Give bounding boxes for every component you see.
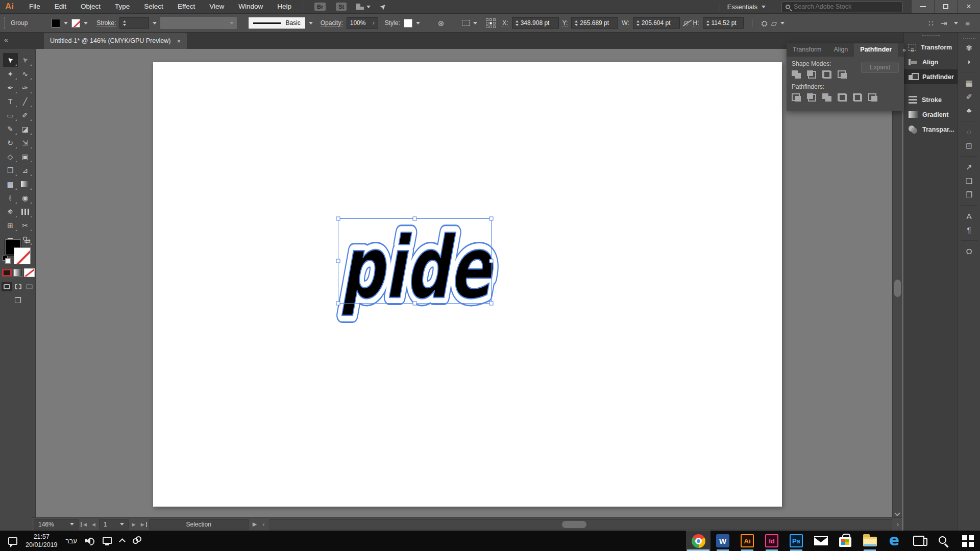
x-field[interactable]: 348.908 pt xyxy=(512,17,559,29)
lasso-tool[interactable]: ∿ xyxy=(18,67,33,81)
bridge-button[interactable]: Br xyxy=(314,3,326,11)
menu-file[interactable]: File xyxy=(22,0,47,13)
default-fill-stroke-icon[interactable] xyxy=(3,256,8,261)
selection-tool[interactable]: ➤ xyxy=(3,53,18,67)
taskbar-mail[interactable] xyxy=(808,531,833,551)
stroke-weight-field[interactable] xyxy=(119,17,149,29)
opacity-field[interactable]: 100%› xyxy=(347,17,378,29)
selection-handle[interactable] xyxy=(413,302,416,305)
slice-tool[interactable]: ✂ xyxy=(18,218,33,232)
menu-help[interactable]: Help xyxy=(270,0,299,13)
magic-wand-tool[interactable]: ✦ xyxy=(3,67,18,81)
chevron-down-icon[interactable] xyxy=(954,22,958,24)
select-similar-icon[interactable] xyxy=(462,20,470,26)
line-segment-tool[interactable]: ╱ xyxy=(18,94,33,108)
action-center-icon[interactable] xyxy=(8,537,17,545)
tab-pathfinder[interactable]: Pathfinder xyxy=(854,43,898,57)
illustrator-logo[interactable]: Ai xyxy=(5,2,14,12)
free-transform-tool[interactable]: ▣ xyxy=(18,149,33,163)
stepper[interactable] xyxy=(123,20,126,26)
menu-window[interactable]: Window xyxy=(231,0,270,13)
taskbar-word[interactable]: W xyxy=(710,531,735,551)
people-icon[interactable] xyxy=(133,538,138,544)
tab-transform[interactable]: Transform xyxy=(787,43,828,57)
symbol-sprayer-tool[interactable]: ✵ xyxy=(3,205,18,218)
stroke-color-swatch[interactable] xyxy=(71,19,80,28)
adobe-stock-search[interactable] xyxy=(781,2,903,12)
distribute-objects-icon[interactable]: ⇥ xyxy=(941,19,947,27)
minus-front-button[interactable] xyxy=(807,70,817,79)
trim-button[interactable] xyxy=(807,93,817,102)
panel-button-transparency[interactable]: Transpar... xyxy=(904,122,958,137)
taskbar-search[interactable] xyxy=(931,531,955,551)
chevron-down-icon[interactable] xyxy=(64,22,68,24)
chevron-down-icon[interactable] xyxy=(473,22,477,24)
merge-button[interactable] xyxy=(822,93,832,102)
none-button[interactable] xyxy=(24,269,34,277)
draw-behind-button[interactable] xyxy=(13,282,23,291)
taskbar-explorer[interactable] xyxy=(857,531,882,551)
menu-view[interactable]: View xyxy=(202,0,231,13)
character-panel-icon[interactable]: A xyxy=(958,209,980,223)
taskbar-store[interactable] xyxy=(833,531,857,551)
crop-button[interactable] xyxy=(838,93,848,102)
horizontal-scroll-thumb[interactable] xyxy=(562,521,586,528)
chevron-down-icon[interactable] xyxy=(416,22,420,24)
document-tab[interactable]: Untitled-1* @ 146% (CMYK/GPU Preview) × xyxy=(44,33,187,49)
panel-button-align[interactable]: Align xyxy=(904,55,958,69)
stroke-weight-label[interactable]: Stroke: xyxy=(96,19,116,27)
panel-button-stroke[interactable]: Stroke xyxy=(904,92,958,107)
gradient-tool[interactable] xyxy=(18,177,33,191)
scale-tool[interactable]: ⇲ xyxy=(18,136,33,149)
color-button[interactable] xyxy=(2,269,12,277)
swap-fill-stroke-icon[interactable]: ⇄ xyxy=(26,238,31,245)
panel-menu-icon[interactable]: ≡ xyxy=(911,46,914,54)
volume-icon[interactable] xyxy=(85,537,94,544)
blend-tool[interactable]: ◉ xyxy=(18,191,33,205)
perspective-grid-tool[interactable]: ⊿ xyxy=(18,163,33,177)
tab-align[interactable]: Align xyxy=(828,43,854,57)
taskbar-start[interactable] xyxy=(955,531,980,551)
show-hidden-icons-chevron[interactable] xyxy=(119,538,126,545)
chevron-down-icon[interactable] xyxy=(153,22,157,24)
w-label[interactable]: W: xyxy=(622,19,629,27)
shape-builder-tool[interactable]: ❒ xyxy=(3,163,18,177)
variable-width-profile[interactable]: Basic xyxy=(249,17,305,29)
panel-button-pathfinder[interactable]: Pathfinder xyxy=(904,69,958,84)
column-graph-tool[interactable] xyxy=(18,205,33,218)
paragraph-panel-icon[interactable]: ¶ xyxy=(958,223,980,237)
vertical-scrollbar[interactable] xyxy=(892,49,902,517)
exclude-button[interactable] xyxy=(838,70,848,79)
eraser-tool[interactable]: ◪ xyxy=(18,122,33,136)
rectangle-tool[interactable]: ▭ xyxy=(3,108,18,122)
zoom-level-dropdown[interactable]: 146% xyxy=(34,519,79,530)
change-screen-mode-icon[interactable]: ❐ xyxy=(0,296,36,305)
draw-normal-button[interactable] xyxy=(2,282,12,291)
menu-select[interactable]: Select xyxy=(137,0,170,13)
close-button[interactable]: × xyxy=(957,0,980,13)
search-input[interactable] xyxy=(794,3,899,10)
curvature-tool[interactable]: ✑ xyxy=(18,81,33,94)
reference-point-locator[interactable] xyxy=(486,18,496,28)
selection-handle[interactable] xyxy=(336,302,340,305)
selection-handle[interactable] xyxy=(336,259,340,263)
paintbrush-tool[interactable]: ✐ xyxy=(18,108,33,122)
fill-color-swatch[interactable] xyxy=(52,19,60,28)
x-label[interactable]: X: xyxy=(502,19,508,27)
input-language-indicator[interactable]: עבר xyxy=(66,537,77,545)
links-panel-icon[interactable]: ⊡ xyxy=(958,139,980,153)
maximize-button[interactable] xyxy=(934,0,957,13)
h-label[interactable]: H: xyxy=(693,19,699,27)
gradient-button[interactable] xyxy=(13,269,23,277)
selection-handle[interactable] xyxy=(413,217,416,220)
color-guide-panel-icon[interactable]: ◗ xyxy=(958,55,980,68)
artboard-tool[interactable]: ⊞ xyxy=(3,218,18,232)
status-display[interactable]: Selection xyxy=(149,519,249,530)
constrain-proportions-icon[interactable]: ⊘ xyxy=(683,19,690,27)
next-artboard-icon[interactable]: ▶ xyxy=(131,522,137,527)
network-icon[interactable] xyxy=(103,537,112,544)
arrange-documents-button[interactable] xyxy=(356,4,371,10)
opacity-label[interactable]: Opacity: xyxy=(321,19,343,27)
close-tab-icon[interactable]: × xyxy=(177,37,181,45)
y-label[interactable]: Y: xyxy=(562,19,568,27)
